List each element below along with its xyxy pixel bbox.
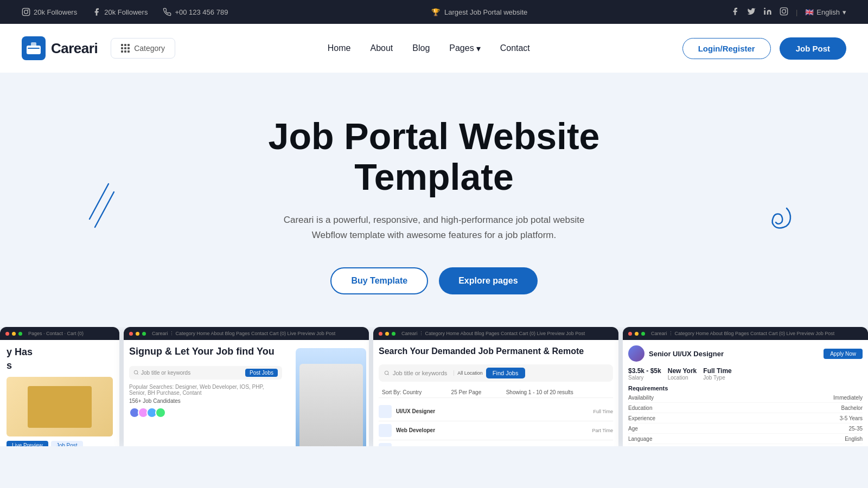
svg-rect-0 <box>22 8 29 15</box>
dot-green <box>641 332 645 336</box>
dot-red <box>628 332 632 336</box>
instagram-icon[interactable] <box>780 7 788 17</box>
navbar: Careari Category Home About Blog Pages ▾… <box>0 24 868 73</box>
instagram-followers: 20k Followers <box>22 8 77 16</box>
svg-point-13 <box>134 371 138 375</box>
hero-subtitle: Careari is a powerful, responsive, and h… <box>277 213 591 244</box>
job-post-button[interactable]: Job Post <box>780 37 846 60</box>
card2-right <box>293 340 369 446</box>
nav-blog[interactable]: Blog <box>412 43 430 53</box>
card3-location-text: All Location <box>454 370 483 376</box>
hero-section: Job Portal Website Template Careari is a… <box>0 73 868 327</box>
explore-pages-button[interactable]: Explore pages <box>439 267 537 294</box>
card3-content: Search Your Demanded Job Permanent & Rem… <box>373 340 618 446</box>
dot-red <box>129 332 133 336</box>
job-list-item-3: Product Manager Remote <box>379 440 613 447</box>
card3-topbar: Careari ⋮ Category Home About Blog Pages… <box>373 327 618 340</box>
card1-image <box>7 377 113 436</box>
navbar-right: Login/Register Job Post <box>682 37 846 60</box>
preview-row: Pages · Contact · Cart (0) y Has s Live … <box>0 327 868 446</box>
deco-right <box>754 197 797 254</box>
card1-title-2: s <box>7 360 113 371</box>
category-button[interactable]: Category <box>111 38 175 59</box>
dot-red <box>379 332 382 336</box>
card1-job-btn[interactable]: Job Post <box>51 441 83 446</box>
nav-home[interactable]: Home <box>328 43 351 53</box>
facebook-followers: 20k Followers <box>92 8 148 16</box>
buy-template-button[interactable]: Buy Template <box>330 267 428 294</box>
svg-point-14 <box>385 371 388 375</box>
card2-avatar-row <box>129 407 282 418</box>
card3-find-btn[interactable]: Find Jobs <box>486 368 525 378</box>
req-availability: AvailabilityImmediately <box>628 395 863 403</box>
topbar-right: | 🇬🇧 English ▾ <box>731 7 846 17</box>
card1-live-btn[interactable]: Live Preview <box>7 441 48 446</box>
svg-point-6 <box>782 9 786 13</box>
card2-left: Signup & Let Your Job find You Job title… <box>124 340 288 446</box>
topbar: 20k Followers 20k Followers +00 123 456 … <box>0 0 868 24</box>
grid-icon <box>121 44 130 53</box>
req-exp: Experience3-5 Years <box>628 415 863 423</box>
card1-topbar: Pages · Contact · Cart (0) <box>0 327 119 340</box>
card4-topbar: Careari ⋮ Category Home About Blog Pages… <box>623 327 868 340</box>
stat-type: Full TimeJob Type <box>703 367 731 381</box>
login-register-button[interactable]: Login/Register <box>682 38 771 59</box>
req-age: Age25-35 <box>628 426 863 434</box>
card2-topbar: Careari ⋮ Category Home About Blog Pages… <box>124 327 369 340</box>
dot-yellow <box>635 332 639 336</box>
nav-pages[interactable]: Pages ▾ <box>449 43 480 54</box>
preview-card-2: Careari ⋮ Category Home About Blog Pages… <box>124 327 369 446</box>
chevron-down-icon: ▾ <box>476 43 481 54</box>
card4-stats: $3.5k - $5kSalary New YorkLocation Full … <box>628 367 863 381</box>
card3-search-bar: Job title or keywords All Location Find … <box>379 364 613 382</box>
card4-job-title: Senior UI/UX Designer <box>649 350 724 358</box>
dot-green <box>392 332 395 336</box>
card2-search-text: Job title or keywords <box>141 370 190 376</box>
preview-card-1: Pages · Contact · Cart (0) y Has s Live … <box>0 327 119 446</box>
table-row: Sort By: Country25 Per PageShowing 1 - 1… <box>379 387 613 398</box>
nav-contact[interactable]: Contact <box>500 43 530 53</box>
navbar-left: Careari Category <box>22 36 175 60</box>
topbar-left: 20k Followers 20k Followers +00 123 456 … <box>22 8 228 16</box>
language-selector[interactable]: 🇬🇧 English ▾ <box>805 8 846 16</box>
svg-rect-10 <box>28 48 40 49</box>
card1-btns: Live Preview Job Post <box>7 441 113 446</box>
card1-content: y Has s Live Preview Job Post <box>0 340 119 446</box>
card4-req-title: Requirements <box>628 385 863 391</box>
job-list-item-2: Web Developer Part Time <box>379 421 613 440</box>
card2-candidates-label: 156+ Job Candidates <box>129 398 282 404</box>
card3-search-text: Job title or keywords <box>393 370 447 376</box>
card2-title: Signup & Let Your Job find You <box>129 345 282 358</box>
svg-rect-8 <box>27 46 41 54</box>
card3-table: Sort By: Country25 Per PageShowing 1 - 1… <box>379 387 613 398</box>
facebook-icon[interactable] <box>731 7 739 17</box>
svg-point-2 <box>28 9 29 10</box>
card4-requirements: AvailabilityImmediately EducationBachelo… <box>628 395 863 444</box>
svg-line-11 <box>90 184 108 219</box>
logo[interactable]: Careari <box>22 36 98 60</box>
svg-point-4 <box>764 8 765 9</box>
chevron-down-icon: ▾ <box>843 8 846 16</box>
card2-search-bar: Job title or keywords Post Jobs <box>129 366 282 380</box>
twitter-icon[interactable] <box>747 7 756 17</box>
stat-location: New YorkLocation <box>668 367 697 381</box>
trophy-icon: 🏆 <box>431 8 440 16</box>
hero-buttons: Buy Template Explore pages <box>22 267 846 294</box>
svg-point-7 <box>786 9 786 9</box>
card2-popular-label: Popular Searches: Designer, Web Develope… <box>129 384 282 396</box>
preview-card-3: Careari ⋮ Category Home About Blog Pages… <box>373 327 618 446</box>
nav-about[interactable]: About <box>370 43 393 53</box>
card4-apply-btn[interactable]: Apply Now <box>824 349 863 359</box>
dot-yellow <box>385 332 389 336</box>
dot-green <box>142 332 146 336</box>
dot-green <box>18 332 22 336</box>
card4-content: Senior UI/UX Designer Apply Now $3.5k - … <box>623 340 868 446</box>
svg-rect-5 <box>780 8 787 15</box>
linkedin-icon[interactable] <box>763 7 772 17</box>
card3-title: Search Your Demanded Job Permanent & Rem… <box>379 345 613 357</box>
nav-links: Home About Blog Pages ▾ Contact <box>328 43 530 54</box>
svg-point-1 <box>24 10 28 14</box>
card3-job-list: UI/UX Designer Full Time Web Developer P… <box>379 402 613 447</box>
dot-yellow <box>12 332 16 336</box>
card2-post-btn[interactable]: Post Jobs <box>245 369 278 377</box>
